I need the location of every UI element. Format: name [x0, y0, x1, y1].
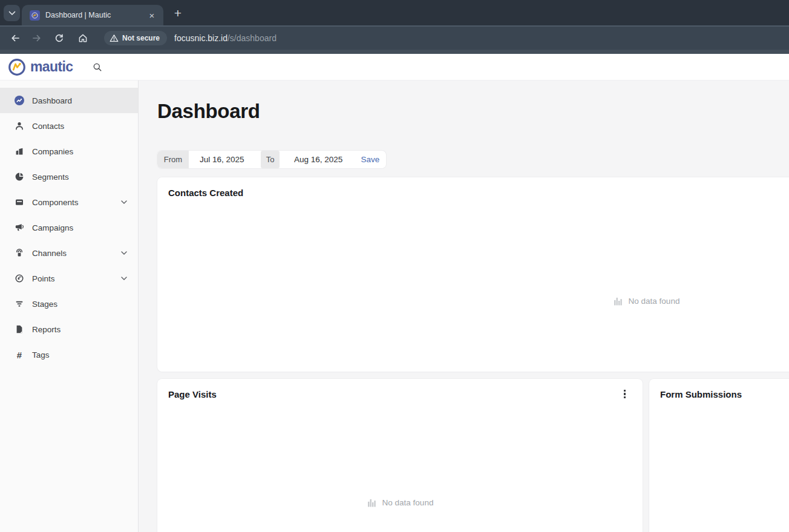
channels-icon	[15, 248, 24, 258]
widget-contacts-created: Contacts Created No data found	[157, 177, 789, 372]
tab-close-icon[interactable]: ×	[146, 10, 157, 21]
widget-menu-button[interactable]	[620, 389, 629, 399]
not-secure-label: Not secure	[122, 34, 160, 42]
campaigns-icon	[15, 223, 24, 232]
browser-toolbar: Not secure focusnic.biz.id/s/dashboard	[0, 25, 789, 50]
empty-state: No data found	[157, 498, 643, 507]
address-bar-url[interactable]: focusnic.biz.id/s/dashboard	[174, 33, 277, 43]
page-title: Dashboard	[157, 100, 789, 123]
from-label: From	[157, 151, 189, 168]
stages-icon	[15, 299, 24, 309]
sidebar-item-reports[interactable]: Reports	[0, 317, 138, 342]
save-button[interactable]: Save	[355, 155, 386, 164]
new-tab-button[interactable]: +	[169, 5, 186, 22]
empty-state-text: No data found	[382, 498, 434, 507]
tab-title: Dashboard | Mautic	[45, 11, 146, 19]
sidebar-item-label: Channels	[32, 249, 121, 258]
back-arrow-icon	[10, 33, 21, 44]
url-path: /s/dashboard	[228, 33, 277, 43]
global-search-button[interactable]	[90, 60, 105, 74]
not-secure-badge[interactable]: Not secure	[104, 31, 167, 45]
date-to-input[interactable]	[281, 151, 355, 168]
sidebar-item-dashboard[interactable]: Dashboard	[0, 88, 138, 113]
mautic-favicon-icon	[30, 10, 40, 21]
sidebar-item-label: Tags	[32, 350, 127, 360]
tags-icon: #	[15, 350, 24, 360]
chevron-down-icon	[121, 200, 127, 204]
sidebar-item-segments[interactable]: Segments	[0, 164, 138, 189]
sidebar-item-label: Points	[32, 274, 121, 283]
components-icon	[15, 197, 24, 207]
widget-form-submissions: Form Submissions	[649, 379, 789, 532]
url-host: focusnic.biz.id	[174, 33, 228, 43]
reports-icon	[15, 324, 24, 334]
sidebar-item-stages[interactable]: Stages	[0, 291, 138, 317]
sidebar-item-campaigns[interactable]: Campaigns	[0, 215, 138, 240]
sidebar-item-label: Stages	[32, 300, 127, 309]
chevron-down-icon	[121, 277, 127, 280]
segments-icon	[15, 172, 24, 182]
sidebar-item-label: Dashboard	[32, 96, 127, 105]
warning-triangle-icon	[110, 34, 119, 42]
browser-tab[interactable]: Dashboard | Mautic ×	[22, 5, 163, 25]
bar-chart-icon	[367, 498, 378, 507]
bar-chart-icon	[613, 296, 624, 306]
browser-tabstrip: Dashboard | Mautic × +	[0, 0, 789, 25]
date-range-filter: From To Save	[157, 151, 386, 168]
chevron-down-icon	[121, 251, 127, 255]
to-label: To	[261, 151, 280, 168]
sidebar-item-points[interactable]: Points	[0, 266, 138, 291]
sidebar-item-tags[interactable]: # Tags	[0, 342, 138, 367]
brand-name: mautic	[30, 59, 73, 75]
sidebar-item-components[interactable]: Components	[0, 189, 138, 215]
widget-title: Page Visits	[157, 379, 643, 399]
main-content: Dashboard From To Save Contacts Created …	[139, 80, 789, 532]
empty-state-text: No data found	[629, 297, 680, 306]
sidebar-item-label: Reports	[32, 325, 127, 334]
home-icon	[77, 33, 88, 44]
sidebar-item-contacts[interactable]: Contacts	[0, 113, 138, 139]
tab-search-button[interactable]	[4, 5, 20, 21]
sidebar-item-companies[interactable]: Companies	[0, 139, 138, 164]
forward-button[interactable]	[28, 29, 46, 47]
search-icon	[93, 62, 102, 72]
back-button[interactable]	[6, 29, 24, 47]
mautic-logo-icon	[8, 58, 26, 76]
sidebar-item-label: Components	[32, 198, 121, 207]
dashboard-icon	[15, 96, 24, 105]
reload-icon	[54, 33, 64, 44]
chevron-down-icon	[8, 11, 16, 16]
sidebar-item-label: Companies	[32, 147, 127, 156]
home-button[interactable]	[74, 29, 92, 47]
points-icon	[15, 274, 24, 283]
contacts-icon	[15, 121, 24, 131]
app-header: mautic	[0, 54, 789, 80]
sidebar: Dashboard Contacts Companies	[0, 80, 139, 532]
companies-icon	[15, 146, 24, 156]
empty-state: No data found	[157, 296, 789, 306]
date-from-input[interactable]	[189, 151, 260, 168]
widget-title: Form Submissions	[649, 379, 789, 399]
sidebar-item-label: Campaigns	[32, 223, 127, 232]
sidebar-item-channels[interactable]: Channels	[0, 240, 138, 266]
forward-arrow-icon	[31, 33, 42, 44]
sidebar-item-label: Contacts	[32, 122, 127, 131]
reload-button[interactable]	[50, 29, 68, 47]
widget-page-visits: Page Visits No data found	[157, 379, 643, 532]
sidebar-item-label: Segments	[32, 172, 127, 182]
widget-title: Contacts Created	[157, 177, 789, 198]
toolbar-bottom-edge	[0, 50, 789, 54]
mautic-logo[interactable]: mautic	[8, 58, 73, 76]
